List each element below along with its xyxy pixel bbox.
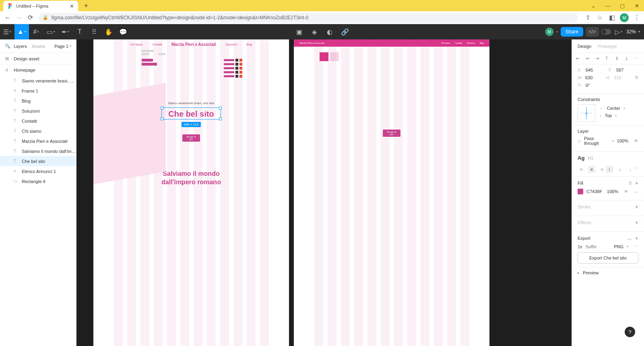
prototype-tab[interactable]: Prototype: [598, 44, 617, 49]
move-tool[interactable]: ▲▾: [14, 24, 29, 39]
layer-item[interactable]: TChi siamo: [0, 126, 76, 136]
layer-item[interactable]: TSalviamo il mondo dall'impero...: [0, 146, 76, 156]
share-page-icon[interactable]: ⇪: [584, 14, 592, 22]
hand-tool[interactable]: ✋: [101, 24, 116, 39]
y-field[interactable]: 587: [616, 68, 636, 72]
layer-item[interactable]: TContatti: [0, 116, 76, 126]
avatar-caret-icon[interactable]: ▾: [556, 30, 558, 34]
text-align-center-icon[interactable]: ≡: [588, 166, 595, 173]
close-window-icon[interactable]: ✕: [630, 0, 644, 11]
shape-tool[interactable]: ▭▾: [43, 24, 58, 39]
url-field[interactable]: 🔒 figma.com/file/LVzsIgx8NyCbrWBCKJISNU/…: [39, 13, 578, 23]
remove-export-icon[interactable]: —: [627, 236, 632, 241]
export-button[interactable]: Export Che bel sito: [578, 252, 638, 264]
export-suffix-input[interactable]: [586, 244, 602, 249]
browser-tab[interactable]: Untitled – Figma ✕: [3, 1, 78, 11]
layer-item[interactable]: #Frame 1: [0, 86, 76, 96]
frame-tool[interactable]: #▾: [29, 24, 43, 39]
export-format[interactable]: PNG: [614, 244, 623, 249]
layer-item[interactable]: TSoluzioni: [0, 106, 76, 116]
align-hcenter-icon[interactable]: ⇔: [586, 56, 591, 62]
add-fill-icon[interactable]: +: [635, 180, 638, 186]
back-button[interactable]: ←: [3, 13, 12, 22]
constrain-proportions-icon[interactable]: ⇅: [635, 75, 638, 80]
dev-mode-toggle[interactable]: </>: [586, 27, 599, 37]
design-tab[interactable]: Design: [578, 44, 591, 49]
align-left-icon[interactable]: ⇤: [576, 56, 582, 62]
export-scale[interactable]: 1x: [578, 244, 582, 249]
layer-opacity[interactable]: 100%: [617, 138, 628, 143]
link-icon[interactable]: 🔗: [338, 24, 352, 39]
pen-tool[interactable]: ✒▾: [58, 24, 72, 39]
v-constraint[interactable]: Top: [605, 113, 612, 118]
selection-box[interactable]: Che bel sito: [161, 107, 221, 119]
text-align-left-icon[interactable]: ≡: [578, 166, 585, 173]
chevron-down-icon[interactable]: ⌄: [586, 0, 601, 11]
text-valign-mid-icon[interactable]: ↕: [616, 166, 623, 173]
more-align-icon[interactable]: ⋯: [634, 56, 640, 62]
fill-swatch[interactable]: [578, 189, 583, 194]
canvas-frame-homepage[interactable]: Chi siamo Contatti Marzia Pieri e Associ…: [93, 39, 289, 346]
text-align-right-icon[interactable]: ≡: [599, 166, 606, 173]
zoom-level[interactable]: 32%▾: [626, 29, 640, 35]
text-valign-top-icon[interactable]: ↑: [606, 166, 613, 173]
layer-item[interactable]: TSiamo veramente bravi, che di...: [0, 76, 76, 86]
sidepanel-icon[interactable]: ◧: [608, 14, 616, 22]
help-button[interactable]: ?: [625, 327, 635, 337]
search-icon[interactable]: 🔍: [5, 43, 10, 49]
x-field[interactable]: 645: [586, 68, 605, 72]
maximize-icon[interactable]: ▢: [615, 0, 630, 11]
design-asset-row[interactable]: ⊞ Design asset: [0, 53, 76, 64]
selected-text-node[interactable]: Che bel sito: [162, 108, 221, 120]
canvas-frame-design-asset[interactable]: Marzia Pieri e Associati Chi siamo Conta…: [294, 39, 489, 346]
comment-tool[interactable]: 💬: [116, 24, 130, 39]
new-tab-button[interactable]: +: [81, 1, 91, 10]
layer-item[interactable]: TBlog: [0, 96, 76, 106]
page-selector[interactable]: Page 1▾: [54, 44, 71, 49]
preview-section[interactable]: ▸Preview: [572, 267, 644, 281]
text-valign-bot-icon[interactable]: ↓: [627, 166, 634, 173]
text-style[interactable]: H1: [588, 156, 593, 161]
homepage-frame-row[interactable]: # Homepage: [0, 64, 76, 76]
reload-button[interactable]: ⟳: [26, 13, 35, 22]
fill-hex[interactable]: C7438F: [586, 189, 602, 194]
h-field[interactable]: 115: [614, 75, 632, 80]
present-button[interactable]: ▷▾: [613, 24, 624, 39]
component-icon[interactable]: ▣: [292, 24, 306, 39]
fill-opacity[interactable]: 100%: [607, 189, 618, 194]
resources-tool[interactable]: ⠿: [87, 24, 101, 39]
layer-item[interactable]: ▭Rectangle 4: [0, 176, 76, 186]
align-top-icon[interactable]: ⤒: [605, 56, 611, 62]
add-stroke-icon[interactable]: +: [635, 204, 638, 210]
text-more-icon[interactable]: ⋯: [634, 166, 638, 171]
canvas[interactable]: Chi siamo Contatti Marzia Pieri e Associ…: [76, 39, 572, 346]
w-field[interactable]: 630: [585, 75, 603, 80]
bookmark-star-icon[interactable]: ☆: [596, 14, 604, 22]
profile-avatar[interactable]: M: [620, 13, 629, 22]
main-menu-icon[interactable]: ☰▾: [0, 24, 14, 39]
close-tab-icon[interactable]: ✕: [70, 3, 74, 9]
export-more-icon[interactable]: ⋯: [634, 244, 638, 249]
eye-icon[interactable]: 👁: [634, 138, 638, 143]
remove-fill-icon[interactable]: —: [634, 189, 638, 194]
minimize-icon[interactable]: —: [601, 0, 615, 11]
layers-tab[interactable]: Layers: [14, 44, 27, 49]
share-button[interactable]: Share: [561, 27, 583, 37]
h-constraint[interactable]: Center: [607, 106, 620, 111]
add-effect-icon[interactable]: +: [635, 219, 638, 226]
rotation-field[interactable]: 0°: [586, 83, 605, 88]
text-tool[interactable]: T: [72, 24, 87, 39]
layer-item[interactable]: TChe bel sito: [0, 156, 76, 166]
kebab-menu-icon[interactable]: ⋮: [633, 14, 641, 22]
toggle-switch[interactable]: [601, 29, 611, 35]
align-right-icon[interactable]: ⇥: [595, 56, 601, 62]
assets-tab[interactable]: Assets: [32, 44, 45, 49]
styles-icon[interactable]: ⠿: [629, 181, 632, 186]
eye-icon[interactable]: 👁: [624, 189, 628, 194]
align-bottom-icon[interactable]: ⤓: [625, 56, 630, 62]
variant-icon[interactable]: ◈: [307, 24, 322, 39]
add-export-icon[interactable]: +: [635, 235, 638, 241]
blend-mode[interactable]: Pass through: [584, 136, 609, 146]
mask-icon[interactable]: ◐: [322, 24, 337, 39]
layer-item[interactable]: TMarzia Pieri e Associati: [0, 136, 76, 146]
